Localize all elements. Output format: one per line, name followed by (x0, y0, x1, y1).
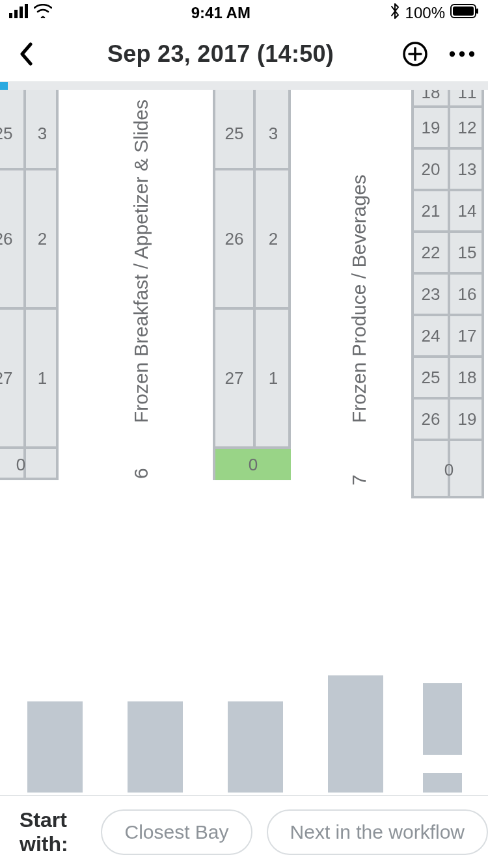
svg-rect-0 (9, 13, 12, 18)
block (228, 701, 283, 793)
bay-cell[interactable]: 16 (450, 275, 484, 314)
aisle-label: Frozen Breakfast / Appetizer & Slides (130, 100, 152, 423)
status-left (9, 4, 52, 22)
rack-6[interactable]: 25 3 26 2 27 1 0 (213, 90, 291, 480)
start-with-label: Start with: (20, 808, 87, 856)
bay-cell[interactable]: 13 (450, 150, 484, 189)
progress-bar (0, 82, 488, 90)
aisle-label: Frozen Produce / Beverages (348, 174, 370, 423)
aisle-number: 6 (130, 468, 152, 479)
battery-percent: 100% (405, 4, 445, 22)
bay-cell[interactable]: 26 (0, 170, 23, 307)
bay-cell[interactable]: 2 (26, 170, 59, 307)
bay-cell[interactable]: 11 (450, 90, 484, 105)
bay-cell[interactable]: 25 (414, 358, 448, 397)
status-bar: 9:41 AM 100% (0, 0, 488, 26)
progress-fill (0, 82, 8, 90)
bay-cell[interactable]: 19 (450, 400, 484, 439)
status-time: 9:41 AM (191, 4, 251, 22)
option-next-workflow[interactable]: Next in the workflow (267, 809, 488, 855)
bay-cell[interactable]: 18 (414, 90, 448, 105)
svg-rect-1 (14, 10, 18, 18)
bay-cell[interactable]: 18 (450, 358, 484, 397)
bay-foot-active[interactable]: 0 (215, 449, 291, 480)
option-closest-bay[interactable]: Closest Bay (101, 809, 252, 855)
bay-cell[interactable]: 21 (414, 191, 448, 230)
aisle-number: 7 (348, 474, 370, 485)
bay-cell[interactable]: 1 (26, 310, 59, 446)
more-icon (449, 51, 475, 57)
status-right: 100% (390, 3, 479, 23)
bay-cell[interactable]: 15 (450, 233, 484, 272)
svg-rect-6 (476, 8, 478, 14)
bay-cell[interactable]: 1 (256, 310, 291, 446)
bay-cell[interactable]: 27 (215, 310, 253, 446)
add-button[interactable] (401, 40, 429, 68)
page-title: Sep 23, 2017 (14:50) (40, 40, 401, 68)
bay-foot[interactable]: 0 (414, 441, 484, 498)
wifi-icon (34, 4, 52, 22)
bay-foot[interactable]: 0 (0, 449, 59, 480)
signal-icon (9, 4, 29, 22)
bluetooth-icon (390, 3, 400, 23)
bay-cell[interactable]: 24 (414, 316, 448, 355)
bay-cell[interactable]: 12 (450, 108, 484, 147)
bay-cell[interactable]: 26 (414, 400, 448, 439)
bay-cell[interactable]: 19 (414, 108, 448, 147)
svg-point-10 (469, 51, 474, 56)
block (423, 683, 462, 755)
more-button[interactable] (448, 40, 476, 68)
bay-cell[interactable]: 22 (414, 233, 448, 272)
start-with-bar: Start with: Closest Bay Next in the work… (0, 795, 488, 868)
rack-5[interactable]: 25 3 26 2 27 1 0 (0, 90, 59, 480)
bay-cell[interactable]: 3 (256, 99, 291, 168)
bay-cell[interactable]: 2 (256, 170, 291, 307)
svg-rect-5 (453, 7, 474, 16)
battery-icon (450, 4, 479, 22)
bay-cell[interactable]: 17 (450, 316, 484, 355)
svg-point-9 (459, 51, 465, 56)
bay-cell[interactable]: 25 (0, 99, 23, 168)
block (328, 675, 383, 793)
aisle-map[interactable]: 25 3 26 2 27 1 0 Frozen Breakfast / Appe… (0, 90, 488, 500)
bay-cell[interactable]: 27 (0, 310, 23, 446)
chevron-left-icon (19, 42, 33, 66)
svg-rect-2 (20, 7, 23, 18)
plus-circle-icon (402, 41, 428, 67)
svg-rect-3 (25, 4, 28, 18)
block (27, 701, 83, 793)
bay-cell[interactable]: 25 (215, 99, 253, 168)
rack-7[interactable]: 18 11 19 12 20 13 21 14 22 15 23 16 24 1… (411, 90, 484, 498)
bay-cell[interactable]: 3 (26, 99, 59, 168)
bay-cell[interactable]: 14 (450, 191, 484, 230)
bay-cell[interactable]: 20 (414, 150, 448, 189)
bay-cell[interactable]: 26 (215, 170, 253, 307)
block (423, 773, 462, 793)
bay-cell[interactable]: 23 (414, 275, 448, 314)
block (128, 701, 183, 793)
back-button[interactable] (12, 40, 40, 68)
svg-point-8 (450, 51, 455, 56)
bottom-blocks (0, 662, 488, 793)
nav-header: Sep 23, 2017 (14:50) (0, 26, 488, 82)
